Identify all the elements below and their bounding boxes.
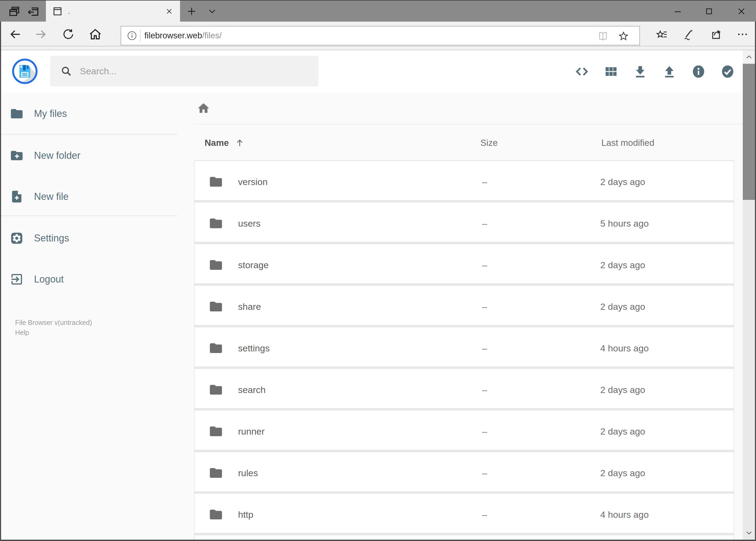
column-header-size-label: Size [480, 138, 498, 148]
column-header-modified-label: Last modified [601, 138, 654, 148]
file-size: – [482, 286, 487, 327]
forward-button[interactable] [31, 25, 50, 44]
file-row-search[interactable]: search – 2 days ago [195, 369, 734, 410]
hub-favorites-button[interactable] [652, 25, 671, 44]
file-size: – [482, 494, 487, 535]
chevron-down-icon [744, 528, 754, 537]
file-size: – [482, 327, 487, 369]
more-options-button[interactable] [733, 25, 752, 44]
sidebar-divider [0, 216, 177, 216]
app-version-text: File Browser v(untracked) [15, 317, 92, 327]
scrollbar-down-button[interactable] [743, 526, 755, 540]
column-header-size[interactable]: Size [480, 138, 498, 148]
file-row-users[interactable]: users – 5 hours ago [195, 203, 734, 244]
select-multiple-button[interactable] [718, 62, 737, 81]
sidebar-item-logout[interactable]: Logout [10, 266, 166, 293]
tab-list-button[interactable] [205, 1, 219, 22]
file-name: storage [238, 244, 269, 286]
tab-title: . [68, 7, 70, 16]
new-tab-button[interactable] [185, 1, 199, 22]
tab-page-icon [52, 6, 63, 17]
address-divider [140, 29, 140, 42]
reading-view-icon[interactable] [598, 31, 609, 42]
share-button[interactable] [707, 25, 725, 44]
chevron-up-icon [744, 52, 754, 62]
navigation-bar-edge [1, 47, 755, 50]
sidebar-item-label: New folder [34, 150, 81, 161]
file-listing: version – 2 days ago users – 5 hours ago… [194, 160, 734, 540]
maximize-icon [705, 7, 713, 16]
refresh-button[interactable] [59, 25, 78, 44]
download-button[interactable] [631, 62, 650, 81]
search-input[interactable] [79, 66, 301, 77]
scrollbar-thumb[interactable] [743, 64, 755, 200]
file-row-settings[interactable]: settings – 4 hours ago [195, 327, 734, 369]
page-info-icon[interactable] [126, 30, 137, 41]
file-row-runner[interactable]: runner – 2 days ago [195, 410, 734, 452]
file-size: – [482, 452, 487, 494]
column-header-name[interactable]: Name [205, 138, 245, 148]
scrollbar-up-button[interactable] [743, 50, 755, 64]
sidebar-item-label: Logout [34, 273, 64, 285]
file-modified: 2 days ago [600, 161, 645, 203]
file-name: runner [238, 410, 265, 452]
filebrowser-logo[interactable] [12, 59, 38, 84]
folder-icon [209, 258, 223, 272]
logout-icon [10, 272, 24, 286]
sidebar-item-settings[interactable]: Settings [10, 225, 166, 252]
column-header-modified[interactable]: Last modified [601, 138, 654, 148]
url-host: filebrowser.web [144, 31, 202, 40]
close-window-button[interactable] [730, 1, 752, 22]
breadcrumb-home-button[interactable] [197, 102, 210, 115]
file-name: version [238, 161, 268, 203]
back-button[interactable] [6, 25, 25, 44]
search-bar[interactable] [50, 56, 319, 86]
annotate-pen-button[interactable] [679, 25, 698, 44]
set-tabs-aside-icon [27, 5, 39, 18]
minimize-button[interactable] [667, 1, 689, 22]
folder-plus-icon [10, 149, 24, 163]
upload-button[interactable] [660, 62, 679, 81]
active-tab[interactable]: . [46, 1, 180, 22]
folder-icon [209, 507, 223, 522]
file-row-storage[interactable]: storage – 2 days ago [195, 244, 734, 286]
grid-view-button[interactable] [602, 62, 621, 81]
file-modified: 2 days ago [600, 244, 645, 286]
file-size: – [482, 369, 487, 410]
info-button[interactable] [689, 62, 708, 81]
file-name: users [238, 203, 260, 244]
address-bar[interactable]: filebrowser.web/files/ [121, 26, 640, 45]
window-border [0, 22, 1, 541]
sort-ascending-icon [235, 138, 245, 148]
floppy-disk-icon [14, 61, 36, 82]
help-link[interactable]: Help [15, 327, 92, 337]
file-modified: 2 days ago [600, 410, 645, 452]
file-size: – [482, 410, 487, 452]
home-button[interactable] [86, 25, 105, 44]
minimize-icon [673, 7, 682, 16]
sidebar-item-label: New file [34, 191, 69, 202]
folder-icon [209, 175, 223, 189]
window-border [755, 22, 756, 541]
tab-bar: . [0, 0, 756, 22]
file-size: – [482, 203, 487, 244]
folder-icon [209, 382, 223, 397]
tab-close-icon[interactable] [165, 7, 173, 16]
file-row-rules[interactable]: rules – 2 days ago [195, 452, 734, 494]
set-tabs-aside-button[interactable] [25, 1, 42, 22]
file-row-version[interactable]: version – 2 days ago [195, 161, 734, 203]
url-text: filebrowser.web/files/ [144, 31, 222, 41]
favorite-star-icon[interactable] [618, 31, 629, 42]
sidebar-item-new-file[interactable]: New file [10, 183, 166, 210]
tab-preview-button[interactable] [6, 1, 23, 22]
code-view-button[interactable] [573, 62, 591, 81]
maximize-button[interactable] [698, 1, 720, 22]
folder-icon [209, 466, 223, 480]
sidebar-item-new-folder[interactable]: New folder [10, 142, 166, 169]
sidebar-divider [0, 134, 177, 135]
sidebar-item-my-files[interactable]: My files [10, 100, 166, 127]
home-icon [197, 102, 210, 115]
file-row-share[interactable]: share – 2 days ago [195, 286, 734, 327]
url-path: /files/ [202, 31, 222, 40]
file-row-http[interactable]: http – 4 hours ago [195, 494, 734, 535]
